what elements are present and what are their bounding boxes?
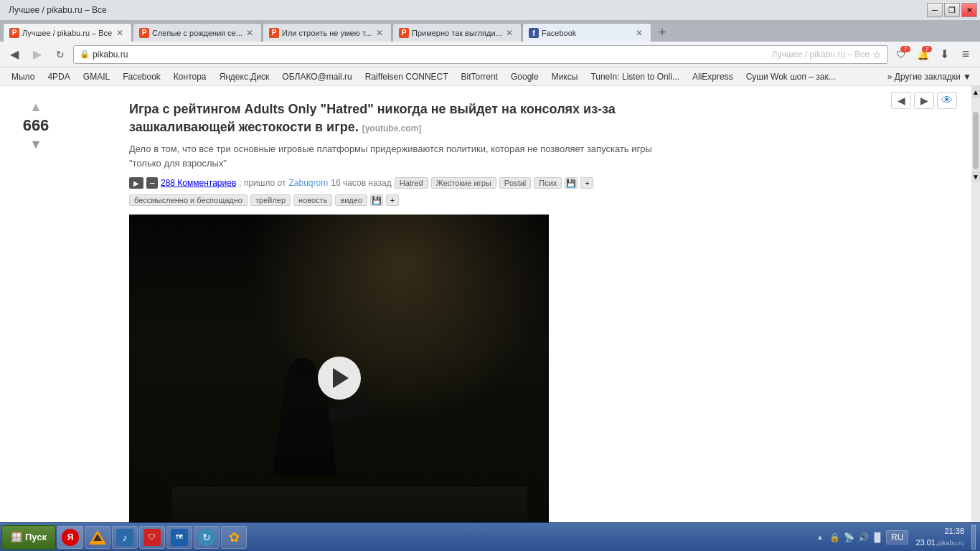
tab-close-4[interactable]: ✕	[504, 27, 515, 39]
scroll-thumb[interactable]	[973, 112, 979, 169]
post-description: Дело в том, что все три основные игровые…	[129, 142, 674, 170]
tab-4[interactable]: P Примерно так выгляди... ✕	[392, 23, 522, 42]
restore-button[interactable]: ❐	[944, 3, 960, 17]
tab-facebook[interactable]: f Facebook ✕	[522, 23, 651, 42]
tag-trailer[interactable]: трейлер	[250, 194, 291, 206]
page-navigation: ◀ ▶ 👁	[891, 92, 957, 109]
address-bar[interactable]: 🔒 pikabu.ru Лучшее / pikabu.ru – Все ☆	[73, 45, 888, 64]
show-desktop-button[interactable]	[971, 525, 976, 550]
back-button[interactable]: ◀	[4, 45, 24, 64]
tag-hatred[interactable]: Hatred	[395, 177, 428, 189]
window-title: Лучшее / pikabu.ru – Все	[3, 5, 113, 15]
tab-title-1: Лучшее / pikabu.ru – Все	[22, 29, 114, 37]
tag-violent-games[interactable]: Жестокие игры	[431, 177, 496, 189]
add-tag-button-2[interactable]: +	[386, 194, 399, 206]
symbol-app-icon: ✿	[225, 529, 242, 546]
vote-up-button[interactable]: ▲	[29, 100, 42, 113]
bookmark-facebook[interactable]: Facebook	[117, 70, 166, 83]
tag-meaningless[interactable]: бессмысленно и беспощадно	[129, 194, 248, 206]
close-button[interactable]: ✕	[961, 3, 977, 17]
scrollbar[interactable]: ▲ ▼	[971, 86, 980, 522]
taskbar-apps: Я ♪ 🛡 🗺 ↻	[57, 526, 810, 549]
sys-icon-2: 📡	[843, 532, 854, 543]
tab-close-3[interactable]: ✕	[374, 27, 385, 39]
post-container: ▲ 666 ▼ Игра с рейтингом Adults Only "Ha…	[0, 86, 689, 522]
address-separator: Лучшее / pikabu.ru – Все	[771, 50, 870, 60]
tab-2[interactable]: P Слепые с рождения се... ✕	[133, 23, 262, 42]
bookmark-kontora[interactable]: Контора	[168, 70, 212, 83]
tab-close-fb[interactable]: ✕	[633, 27, 645, 39]
bookmark-tunein[interactable]: TuneIn: Listen to Onli...	[585, 70, 685, 83]
taskbar-music[interactable]: ♪	[112, 526, 138, 549]
forward-button[interactable]: ▶	[27, 45, 47, 64]
video-player[interactable]	[129, 215, 549, 522]
download-button[interactable]: ⬇	[934, 45, 954, 64]
bookmark-bittorrent[interactable]: BitTorrent	[456, 70, 504, 83]
notification-badge: 7	[922, 46, 932, 52]
taskbar-app-symbol[interactable]: ✿	[221, 526, 247, 549]
post-title: Игра с рейтингом Adults Only "Hatred" ни…	[129, 100, 674, 136]
bookmark-raiffeisen[interactable]: Raiffeisen CONNECT	[359, 70, 454, 83]
notification-button[interactable]: 🔔 7	[913, 45, 933, 64]
bookmark-google[interactable]: Google	[505, 70, 545, 83]
sys-tray-expand[interactable]: ▲	[814, 532, 826, 543]
bookmark-yadisk[interactable]: Яндекс.Диск	[214, 70, 275, 83]
author-link[interactable]: Zabuqrom	[289, 178, 329, 188]
post-source: [youtube.com]	[362, 123, 422, 133]
new-tab-button[interactable]: +	[652, 23, 672, 42]
shield-app-icon: 🛡	[143, 529, 161, 546]
taskbar-app-circular[interactable]: ↻	[194, 526, 220, 549]
tab-3[interactable]: P Или строить не умею т... ✕	[263, 23, 392, 42]
page-next-button[interactable]: ▶	[914, 92, 934, 109]
security-icon: 🔒	[80, 50, 90, 59]
video-thumbnail	[129, 215, 549, 522]
minimize-button[interactable]: ─	[927, 3, 943, 17]
bookmark-gmail[interactable]: GMAIL	[77, 70, 116, 83]
language-button[interactable]: RU	[886, 530, 908, 545]
vote-down-button[interactable]: ▼	[29, 138, 42, 151]
taskbar-vlc[interactable]	[85, 526, 110, 549]
page-area: ◀ ▶ 👁 ▲ 666 ▼ Игра с рейтингом Adults On…	[0, 86, 971, 522]
tab-close-2[interactable]: ✕	[244, 27, 255, 39]
bookmark-sushi[interactable]: Суши Wok шоп – зак...	[740, 70, 842, 83]
start-button[interactable]: 🪟 Пуск	[1, 525, 56, 550]
tab-favicon-fb: f	[529, 28, 539, 38]
play-button[interactable]	[129, 215, 549, 522]
comments-link[interactable]: 288 Комментариев	[161, 178, 236, 188]
tab-active[interactable]: P Лучшее / pikabu.ru – Все ✕	[3, 23, 132, 42]
page-view-button[interactable]: 👁	[937, 92, 957, 109]
bookmark-mixcloud[interactable]: Миксы	[546, 70, 584, 83]
system-clock: 21:38 23.01.pikabu.ru	[911, 526, 969, 548]
page-prev-button[interactable]: ◀	[891, 92, 911, 109]
circular-app-icon: ↻	[198, 529, 215, 546]
bookmark-aliexpress[interactable]: AliExpress	[687, 70, 739, 83]
taskbar-yandex-browser[interactable]: Я	[57, 526, 83, 549]
add-tag-button[interactable]: +	[580, 177, 593, 189]
extensions-button[interactable]: 🛡 7	[891, 45, 911, 64]
tag-news[interactable]: новость	[293, 194, 332, 206]
bookmark-oblako[interactable]: ОБЛАКО@mail.ru	[276, 70, 357, 83]
save-button[interactable]: 💾	[565, 177, 578, 189]
bookmark-mylo[interactable]: Мыло	[6, 70, 40, 83]
tab-favicon-2: P	[139, 28, 149, 38]
taskbar-right: ▲ 🔒 📡 🔊 ▐▌ RU 21:38 23.01.pikabu.ru	[811, 525, 979, 550]
scroll-down-arrow[interactable]: ▼	[971, 171, 980, 182]
save-button-2[interactable]: 💾	[370, 194, 383, 206]
comments-count: 288 Комментариев	[161, 178, 236, 188]
taskbar-app-blue[interactable]: 🗺	[166, 526, 192, 549]
tag-psih[interactable]: Псих	[534, 177, 562, 189]
bookmark-4pda[interactable]: 4PDA	[42, 70, 75, 83]
minus-icon[interactable]: −	[146, 177, 158, 189]
refresh-button[interactable]: ↻	[50, 45, 70, 64]
tag-postal[interactable]: Postal	[499, 177, 532, 189]
tag-video[interactable]: видео	[335, 194, 367, 206]
tab-close-1[interactable]: ✕	[114, 27, 126, 39]
vote-widget: ▲ 666 ▼	[14, 100, 57, 151]
scroll-up-arrow[interactable]: ▲	[971, 86, 980, 98]
menu-button[interactable]: ≡	[956, 45, 976, 64]
extensions-badge: 7	[900, 46, 910, 52]
other-bookmarks[interactable]: » Другие закладки ▼	[885, 70, 974, 83]
bookmark-star-icon[interactable]: ☆	[872, 49, 882, 60]
play-icon[interactable]: ▶	[129, 177, 143, 189]
taskbar-app-green[interactable]: 🛡	[139, 526, 165, 549]
